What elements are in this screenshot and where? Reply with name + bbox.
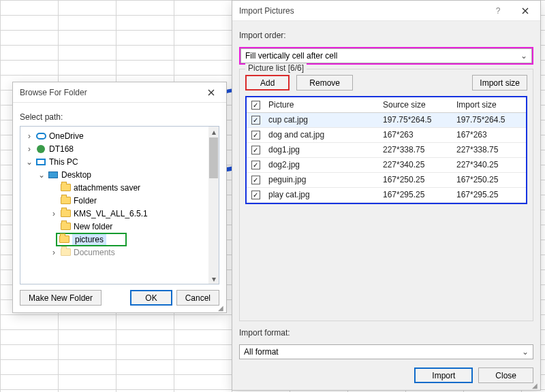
- row-checkbox[interactable]: ✓: [251, 131, 260, 140]
- chevron-down-icon: ⌄: [25, 157, 34, 167]
- cell-picture: dog and cat.jpg: [264, 127, 379, 142]
- row-checkbox[interactable]: ✓: [251, 191, 260, 199]
- titlebar: Browse For Folder: [13, 82, 226, 103]
- folder-tree: › OneDrive › DT168 ⌄ This PC ⌄ D: [20, 126, 219, 284]
- tree-item-onedrive[interactable]: › OneDrive: [22, 129, 207, 142]
- cell-picture: dog1.jpg: [264, 142, 379, 157]
- tree-item-dt168[interactable]: › DT168: [22, 142, 207, 155]
- cell-source: 167*295.25: [379, 187, 452, 202]
- folder-icon: [60, 247, 71, 258]
- table-row[interactable]: ✓peguin.jpg167*250.25167*250.25: [247, 172, 526, 187]
- cell-import: 167*295.25: [452, 187, 526, 202]
- import-format-label: Import format:: [239, 328, 533, 338]
- dialog-title: Browse For Folder: [20, 88, 87, 97]
- import-size-button[interactable]: Import size: [472, 75, 527, 91]
- remove-button[interactable]: Remove: [296, 75, 353, 91]
- table-row[interactable]: ✓cup cat.jpg197.75*264.5197.75*264.5: [247, 112, 526, 127]
- ok-button[interactable]: OK: [130, 290, 172, 306]
- tree-label: OneDrive: [49, 131, 84, 141]
- chevron-down-icon: ⌄: [520, 51, 527, 61]
- tree-item-this-pc[interactable]: ⌄ This PC: [22, 155, 207, 168]
- folder-icon: [59, 234, 69, 245]
- cell-source: 167*263: [379, 127, 452, 142]
- row-checkbox[interactable]: ✓: [251, 176, 260, 184]
- cell-source: 227*338.75: [379, 142, 452, 157]
- table-header: ✓ Picture Source size Import size: [247, 97, 526, 112]
- import-format-select[interactable]: All format ⌄: [239, 344, 533, 359]
- scrollbar[interactable]: ▴ ▾: [208, 127, 219, 284]
- titlebar: Import Pictures ?: [232, 1, 540, 21]
- help-button[interactable]: ?: [486, 1, 510, 21]
- make-new-folder-button[interactable]: Make New Folder: [20, 290, 102, 306]
- close-button[interactable]: [196, 82, 226, 103]
- table-row[interactable]: ✓dog and cat.jpg167*263167*263: [247, 127, 526, 142]
- cell-import: 167*250.25: [452, 172, 526, 187]
- user-icon: [35, 144, 46, 154]
- folder-icon: [60, 182, 71, 193]
- scroll-down-icon[interactable]: ▾: [212, 274, 216, 284]
- resize-grip-icon[interactable]: ◢: [218, 304, 225, 311]
- select-all-checkbox[interactable]: ✓: [251, 101, 260, 110]
- scroll-up-icon[interactable]: ▴: [212, 127, 216, 137]
- scroll-thumb[interactable]: [209, 137, 218, 178]
- tree-label: Folder: [74, 196, 97, 206]
- resize-grip-icon[interactable]: ◢: [532, 382, 539, 389]
- chevron-down-icon: ⌄: [37, 170, 46, 180]
- col-picture[interactable]: Picture: [264, 97, 379, 112]
- tree-item-documents[interactable]: › Documents: [22, 246, 207, 259]
- close-button[interactable]: [510, 1, 540, 21]
- tree-label: Desktop: [61, 170, 91, 180]
- tree-item-new-folder[interactable]: New folder: [22, 220, 207, 233]
- chevron-right-icon: ›: [25, 144, 34, 154]
- cell-picture: play cat.jpg: [264, 187, 379, 202]
- tree-item-desktop[interactable]: ⌄ Desktop: [22, 168, 207, 181]
- close-icon: [522, 7, 529, 14]
- table-row[interactable]: ✓dog2.jpg227*340.25227*340.25: [247, 157, 526, 172]
- chevron-down-icon: ⌄: [522, 347, 529, 357]
- cell-import: 197.75*264.5: [452, 112, 526, 127]
- cancel-button[interactable]: Cancel: [176, 290, 219, 306]
- chevron-right-icon: ›: [49, 248, 59, 257]
- close-dialog-button[interactable]: Close: [478, 368, 533, 383]
- import-button[interactable]: Import: [414, 368, 473, 383]
- select-path-label: Select path:: [20, 112, 219, 122]
- desktop-icon: [48, 169, 59, 180]
- cell-import: 227*340.25: [452, 157, 526, 172]
- picture-list-legend: Picture list [6/6]: [245, 63, 307, 73]
- select-value: All format: [244, 347, 279, 357]
- table-row[interactable]: ✓play cat.jpg167*295.25167*295.25: [247, 187, 526, 202]
- select-value: Fill vertically cell after cell: [245, 51, 337, 61]
- chevron-right-icon: ›: [25, 131, 34, 141]
- cell-source: 197.75*264.5: [379, 112, 452, 127]
- cell-picture: dog2.jpg: [264, 157, 379, 172]
- browse-for-folder-dialog: Browse For Folder Select path: › OneDriv…: [12, 82, 227, 313]
- cell-source: 227*340.25: [379, 157, 452, 172]
- row-checkbox[interactable]: ✓: [251, 161, 260, 169]
- import-order-select[interactable]: Fill vertically cell after cell ⌄: [240, 48, 532, 63]
- import-order-label: Import order:: [239, 31, 533, 40]
- tree-item-folder[interactable]: Folder: [22, 194, 207, 207]
- col-import[interactable]: Import size: [452, 97, 526, 112]
- add-button[interactable]: Add: [245, 75, 290, 91]
- cell-picture: peguin.jpg: [264, 172, 379, 187]
- row-checkbox[interactable]: ✓: [251, 116, 260, 125]
- tree-label: New folder: [74, 222, 112, 231]
- onedrive-icon: [35, 131, 46, 142]
- tree-item-attachments-saver[interactable]: attachments saver: [22, 181, 207, 194]
- col-source[interactable]: Source size: [379, 97, 452, 112]
- cell-source: 167*250.25: [379, 172, 452, 187]
- chevron-right-icon: ›: [49, 209, 59, 218]
- tree-label: pictures: [72, 234, 106, 245]
- folder-icon: [60, 195, 71, 206]
- tree-item-pictures[interactable]: pictures: [22, 233, 207, 246]
- picture-table: ✓ Picture Source size Import size ✓cup c…: [245, 96, 527, 204]
- tree-label: Documents: [74, 248, 115, 257]
- cell-picture: cup cat.jpg: [264, 112, 379, 127]
- table-row[interactable]: ✓dog1.jpg227*338.75227*338.75: [247, 142, 526, 157]
- tree-label: attachments saver: [74, 183, 140, 193]
- tree-item-kms[interactable]: › KMS_VL_ALL_6.5.1: [22, 207, 207, 220]
- row-checkbox[interactable]: ✓: [251, 146, 260, 154]
- close-icon: [208, 89, 215, 96]
- tree-label: DT168: [49, 144, 74, 154]
- cell-import: 167*263: [452, 127, 526, 142]
